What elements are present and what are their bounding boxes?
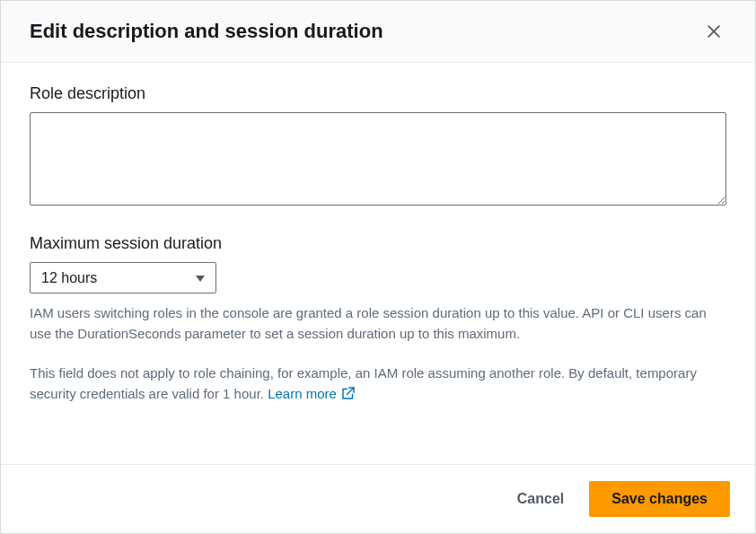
helper-text-2: This field does not apply to role chaini… xyxy=(30,363,726,405)
max-session-duration-label: Maximum session duration xyxy=(30,234,726,253)
helper-text-1: IAM users switching roles in the console… xyxy=(30,302,726,345)
role-description-label: Role description xyxy=(30,84,726,103)
max-session-duration-group: Maximum session duration 12 hours IAM us… xyxy=(30,234,726,404)
helper-text-2-content: This field does not apply to role chaini… xyxy=(30,365,697,401)
modal-header: Edit description and session duration xyxy=(1,1,755,63)
modal-title: Edit description and session duration xyxy=(30,20,383,43)
save-changes-button[interactable]: Save changes xyxy=(589,481,730,517)
close-icon xyxy=(705,22,723,40)
close-button[interactable] xyxy=(701,19,726,44)
learn-more-label: Learn more xyxy=(268,383,337,404)
max-session-duration-select[interactable]: 12 hours xyxy=(30,262,216,293)
max-session-duration-select-wrapper: 12 hours xyxy=(30,262,216,293)
role-description-group: Role description xyxy=(30,84,726,209)
cancel-button[interactable]: Cancel xyxy=(510,482,571,516)
role-description-input[interactable] xyxy=(30,112,726,206)
modal-footer: Cancel Save changes xyxy=(1,464,755,533)
edit-role-modal: Edit description and session duration Ro… xyxy=(0,0,756,534)
learn-more-link[interactable]: Learn more xyxy=(268,383,356,404)
modal-body: Role description Maximum session duratio… xyxy=(1,63,755,464)
external-link-icon xyxy=(340,385,356,401)
